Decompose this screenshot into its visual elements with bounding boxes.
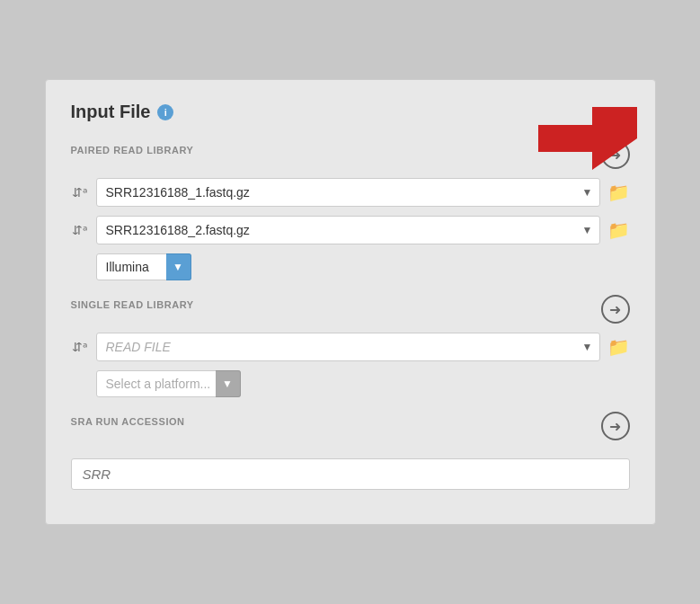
single-platform-dropdown-btn[interactable]: ▼ [216, 370, 241, 397]
paired-file2-row: ⇵ᵃ SRR12316188_2.fastq.gz ▼ 📁 [71, 216, 630, 244]
title-text: Input File [71, 102, 151, 122]
paired-file1-select-wrapper: SRR12316188_1.fastq.gz ▼ [96, 178, 600, 207]
paired-read-label: PAIRED READ LIBRARY [71, 145, 194, 155]
input-file-card: Input File i PAIRED READ LIBRARY ➜ ⇵ᵃ SR… [45, 79, 656, 525]
single-platform-wrapper: Select a platform... Illumina PacBio Nan… [96, 370, 241, 397]
paired-file1-browse-icon[interactable]: 📁 [607, 182, 630, 203]
svg-marker-0 [538, 107, 637, 170]
paired-file1-select[interactable]: SRR12316188_1.fastq.gz [96, 178, 600, 207]
paired-file1-row: ⇵ᵃ SRR12316188_1.fastq.gz ▼ 📁 [71, 178, 630, 207]
single-file-browse-icon[interactable]: 📁 [607, 336, 630, 358]
single-file-row: ⇵ᵃ READ FILE ▼ 📁 [71, 333, 630, 361]
sra-next-button[interactable]: ➜ [601, 412, 630, 440]
sort-icon-2: ⇵ᵃ [71, 223, 89, 237]
single-file-select[interactable]: READ FILE [96, 333, 600, 361]
arrow-annotation [538, 107, 637, 173]
paired-file2-select[interactable]: SRR12316188_2.fastq.gz [96, 216, 600, 244]
single-read-next-button[interactable]: ➜ [601, 295, 630, 324]
paired-platform-wrapper: Illumina PacBio Nanopore ▼ [96, 253, 191, 280]
sort-icon-3: ⇵ᵃ [71, 340, 89, 354]
single-platform-row: Select a platform... Illumina PacBio Nan… [71, 370, 630, 397]
sra-label: SRA RUN ACCESSION [71, 416, 185, 427]
paired-file2-browse-icon[interactable]: 📁 [607, 219, 630, 241]
sort-icon-1: ⇵ᵃ [71, 185, 89, 200]
paired-file2-select-wrapper: SRR12316188_2.fastq.gz ▼ [96, 216, 600, 244]
sra-input[interactable] [71, 458, 630, 490]
info-icon[interactable]: i [157, 104, 173, 120]
single-file-select-wrapper: READ FILE ▼ [96, 333, 600, 361]
single-read-label: SINGLE READ LIBRARY [71, 299, 194, 310]
paired-platform-row: Illumina PacBio Nanopore ▼ [71, 253, 630, 280]
paired-platform-dropdown-btn[interactable]: ▼ [166, 253, 191, 280]
